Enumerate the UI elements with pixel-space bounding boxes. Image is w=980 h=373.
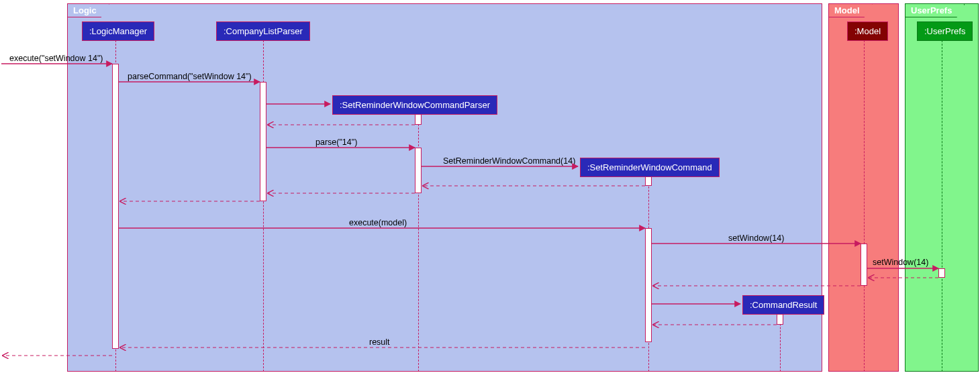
- label-parse14: parse("14"): [315, 138, 357, 147]
- activation-companyparser: [260, 82, 266, 201]
- activation-logicmanager: [112, 64, 119, 349]
- lifeline-userprefs: [942, 40, 942, 372]
- label-srwcmd-ctor: SetReminderWindowCommand(14): [443, 156, 575, 166]
- activation-model: [861, 244, 867, 286]
- frame-model-label: Model: [829, 4, 873, 17]
- participant-srwcmdparser: :SetReminderWindowCommandParser: [332, 95, 497, 115]
- participant-companyparser: :CompanyListParser: [216, 21, 310, 41]
- activation-cmdresult: [777, 314, 783, 325]
- lifeline-model: [864, 40, 865, 372]
- frame-logic: Logic: [67, 3, 822, 372]
- label-setwindow-model: setWindow(14): [728, 233, 784, 243]
- participant-srwcmd: :SetReminderWindowCommand: [580, 158, 720, 177]
- frame-userprefs-label: UserPrefs: [905, 4, 965, 17]
- frame-logic-label: Logic: [68, 4, 109, 17]
- activation-srwcmd-1: [645, 176, 652, 186]
- label-parsecommand: parseCommand("setWindow 14"): [128, 72, 252, 81]
- activation-srwcmdparser-2: [415, 148, 422, 193]
- participant-model: :Model: [847, 21, 888, 41]
- activation-srwcmd-2: [645, 228, 652, 342]
- label-setwindow-userprefs: setWindow(14): [873, 258, 928, 267]
- participant-cmdresult: :CommandResult: [742, 295, 824, 315]
- label-execute-model: execute(model): [349, 218, 407, 227]
- label-execute-setwindow: execute("setWindow 14"): [9, 54, 103, 63]
- activation-srwcmdparser-1: [415, 114, 422, 125]
- activation-userprefs: [938, 268, 945, 278]
- participant-logicmanager: :LogicManager: [82, 21, 154, 41]
- participant-userprefs: :UserPrefs: [917, 21, 973, 41]
- label-result: result: [369, 337, 390, 347]
